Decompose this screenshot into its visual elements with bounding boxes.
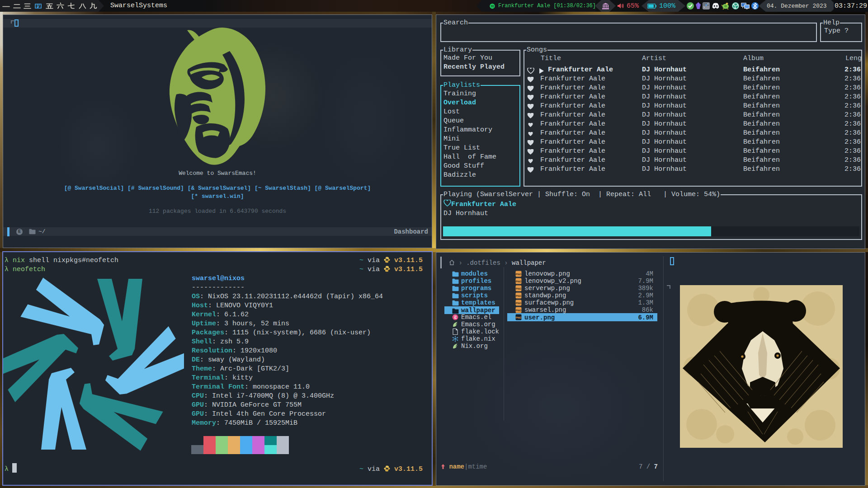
svg-text:PNG: PNG [515, 316, 521, 319]
svg-text:PNG: PNG [515, 309, 521, 312]
svg-text:PNG: PNG [515, 280, 521, 283]
svg-text:PNG: PNG [515, 273, 521, 276]
svg-text:PNG: PNG [515, 287, 521, 290]
svg-text:PNG: PNG [515, 302, 521, 305]
svg-text:PNG: PNG [515, 295, 521, 297]
